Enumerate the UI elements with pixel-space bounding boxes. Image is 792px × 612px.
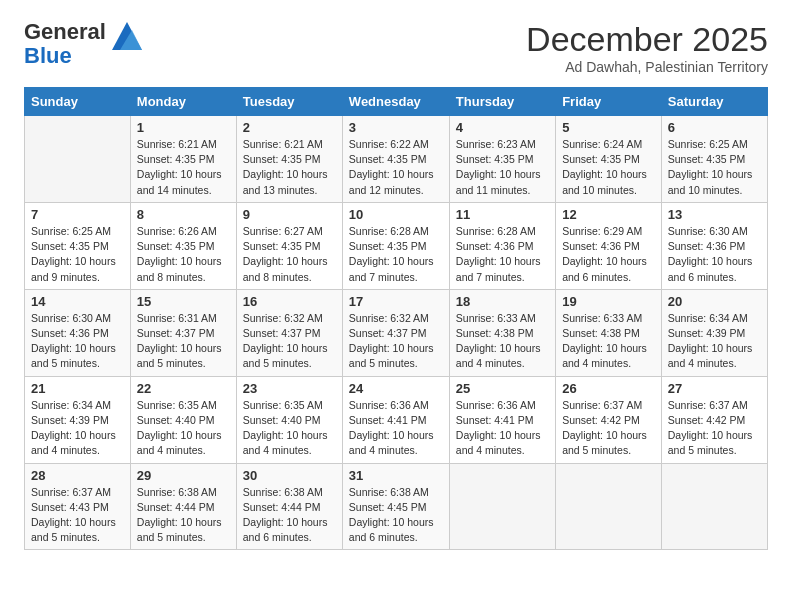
calendar-week-row: 7Sunrise: 6:25 AM Sunset: 4:35 PM Daylig…	[25, 202, 768, 289]
month-title: December 2025	[526, 20, 768, 59]
calendar-cell: 22Sunrise: 6:35 AM Sunset: 4:40 PM Dayli…	[130, 376, 236, 463]
calendar-week-row: 21Sunrise: 6:34 AM Sunset: 4:39 PM Dayli…	[25, 376, 768, 463]
day-info: Sunrise: 6:26 AM Sunset: 4:35 PM Dayligh…	[137, 224, 230, 285]
day-number: 24	[349, 381, 443, 396]
page-header: General Blue December 2025 Ad Dawhah, Pa…	[24, 20, 768, 75]
calendar-cell	[449, 463, 555, 550]
weekday-header-monday: Monday	[130, 88, 236, 116]
weekday-header-sunday: Sunday	[25, 88, 131, 116]
day-number: 22	[137, 381, 230, 396]
title-block: December 2025 Ad Dawhah, Palestinian Ter…	[526, 20, 768, 75]
day-number: 9	[243, 207, 336, 222]
day-info: Sunrise: 6:30 AM Sunset: 4:36 PM Dayligh…	[668, 224, 761, 285]
weekday-header-wednesday: Wednesday	[342, 88, 449, 116]
day-info: Sunrise: 6:25 AM Sunset: 4:35 PM Dayligh…	[31, 224, 124, 285]
calendar-cell: 9Sunrise: 6:27 AM Sunset: 4:35 PM Daylig…	[236, 202, 342, 289]
calendar-cell	[556, 463, 662, 550]
day-number: 8	[137, 207, 230, 222]
calendar-table: SundayMondayTuesdayWednesdayThursdayFrid…	[24, 87, 768, 550]
day-info: Sunrise: 6:35 AM Sunset: 4:40 PM Dayligh…	[137, 398, 230, 459]
day-number: 16	[243, 294, 336, 309]
day-number: 11	[456, 207, 549, 222]
day-number: 31	[349, 468, 443, 483]
day-info: Sunrise: 6:34 AM Sunset: 4:39 PM Dayligh…	[668, 311, 761, 372]
calendar-cell	[661, 463, 767, 550]
calendar-cell: 1Sunrise: 6:21 AM Sunset: 4:35 PM Daylig…	[130, 116, 236, 203]
day-number: 19	[562, 294, 655, 309]
day-number: 17	[349, 294, 443, 309]
day-number: 13	[668, 207, 761, 222]
day-number: 20	[668, 294, 761, 309]
day-number: 4	[456, 120, 549, 135]
day-info: Sunrise: 6:22 AM Sunset: 4:35 PM Dayligh…	[349, 137, 443, 198]
calendar-cell	[25, 116, 131, 203]
calendar-cell: 17Sunrise: 6:32 AM Sunset: 4:37 PM Dayli…	[342, 289, 449, 376]
day-number: 30	[243, 468, 336, 483]
day-info: Sunrise: 6:34 AM Sunset: 4:39 PM Dayligh…	[31, 398, 124, 459]
day-number: 23	[243, 381, 336, 396]
day-info: Sunrise: 6:21 AM Sunset: 4:35 PM Dayligh…	[137, 137, 230, 198]
calendar-cell: 8Sunrise: 6:26 AM Sunset: 4:35 PM Daylig…	[130, 202, 236, 289]
calendar-cell: 11Sunrise: 6:28 AM Sunset: 4:36 PM Dayli…	[449, 202, 555, 289]
day-number: 26	[562, 381, 655, 396]
day-info: Sunrise: 6:29 AM Sunset: 4:36 PM Dayligh…	[562, 224, 655, 285]
day-info: Sunrise: 6:37 AM Sunset: 4:42 PM Dayligh…	[562, 398, 655, 459]
calendar-cell: 24Sunrise: 6:36 AM Sunset: 4:41 PM Dayli…	[342, 376, 449, 463]
calendar-cell: 6Sunrise: 6:25 AM Sunset: 4:35 PM Daylig…	[661, 116, 767, 203]
location-subtitle: Ad Dawhah, Palestinian Territory	[526, 59, 768, 75]
calendar-cell: 19Sunrise: 6:33 AM Sunset: 4:38 PM Dayli…	[556, 289, 662, 376]
day-info: Sunrise: 6:27 AM Sunset: 4:35 PM Dayligh…	[243, 224, 336, 285]
day-number: 28	[31, 468, 124, 483]
calendar-cell: 21Sunrise: 6:34 AM Sunset: 4:39 PM Dayli…	[25, 376, 131, 463]
day-info: Sunrise: 6:33 AM Sunset: 4:38 PM Dayligh…	[562, 311, 655, 372]
calendar-cell: 26Sunrise: 6:37 AM Sunset: 4:42 PM Dayli…	[556, 376, 662, 463]
day-info: Sunrise: 6:37 AM Sunset: 4:42 PM Dayligh…	[668, 398, 761, 459]
day-number: 21	[31, 381, 124, 396]
day-info: Sunrise: 6:30 AM Sunset: 4:36 PM Dayligh…	[31, 311, 124, 372]
day-info: Sunrise: 6:24 AM Sunset: 4:35 PM Dayligh…	[562, 137, 655, 198]
calendar-cell: 20Sunrise: 6:34 AM Sunset: 4:39 PM Dayli…	[661, 289, 767, 376]
day-info: Sunrise: 6:28 AM Sunset: 4:36 PM Dayligh…	[456, 224, 549, 285]
weekday-header-saturday: Saturday	[661, 88, 767, 116]
day-info: Sunrise: 6:32 AM Sunset: 4:37 PM Dayligh…	[349, 311, 443, 372]
calendar-cell: 5Sunrise: 6:24 AM Sunset: 4:35 PM Daylig…	[556, 116, 662, 203]
day-info: Sunrise: 6:37 AM Sunset: 4:43 PM Dayligh…	[31, 485, 124, 546]
day-number: 27	[668, 381, 761, 396]
day-number: 18	[456, 294, 549, 309]
day-info: Sunrise: 6:38 AM Sunset: 4:44 PM Dayligh…	[243, 485, 336, 546]
calendar-cell: 23Sunrise: 6:35 AM Sunset: 4:40 PM Dayli…	[236, 376, 342, 463]
weekday-header-tuesday: Tuesday	[236, 88, 342, 116]
calendar-cell: 12Sunrise: 6:29 AM Sunset: 4:36 PM Dayli…	[556, 202, 662, 289]
calendar-cell: 14Sunrise: 6:30 AM Sunset: 4:36 PM Dayli…	[25, 289, 131, 376]
day-info: Sunrise: 6:21 AM Sunset: 4:35 PM Dayligh…	[243, 137, 336, 198]
day-info: Sunrise: 6:23 AM Sunset: 4:35 PM Dayligh…	[456, 137, 549, 198]
calendar-cell: 29Sunrise: 6:38 AM Sunset: 4:44 PM Dayli…	[130, 463, 236, 550]
calendar-week-row: 28Sunrise: 6:37 AM Sunset: 4:43 PM Dayli…	[25, 463, 768, 550]
day-number: 12	[562, 207, 655, 222]
day-info: Sunrise: 6:36 AM Sunset: 4:41 PM Dayligh…	[349, 398, 443, 459]
calendar-cell: 3Sunrise: 6:22 AM Sunset: 4:35 PM Daylig…	[342, 116, 449, 203]
calendar-cell: 25Sunrise: 6:36 AM Sunset: 4:41 PM Dayli…	[449, 376, 555, 463]
logo-icon	[112, 22, 142, 50]
day-number: 29	[137, 468, 230, 483]
day-number: 3	[349, 120, 443, 135]
calendar-week-row: 1Sunrise: 6:21 AM Sunset: 4:35 PM Daylig…	[25, 116, 768, 203]
day-number: 14	[31, 294, 124, 309]
day-number: 7	[31, 207, 124, 222]
day-info: Sunrise: 6:36 AM Sunset: 4:41 PM Dayligh…	[456, 398, 549, 459]
calendar-cell: 7Sunrise: 6:25 AM Sunset: 4:35 PM Daylig…	[25, 202, 131, 289]
calendar-cell: 15Sunrise: 6:31 AM Sunset: 4:37 PM Dayli…	[130, 289, 236, 376]
day-info: Sunrise: 6:33 AM Sunset: 4:38 PM Dayligh…	[456, 311, 549, 372]
day-info: Sunrise: 6:28 AM Sunset: 4:35 PM Dayligh…	[349, 224, 443, 285]
calendar-cell: 2Sunrise: 6:21 AM Sunset: 4:35 PM Daylig…	[236, 116, 342, 203]
calendar-header-row: SundayMondayTuesdayWednesdayThursdayFrid…	[25, 88, 768, 116]
day-number: 10	[349, 207, 443, 222]
day-info: Sunrise: 6:32 AM Sunset: 4:37 PM Dayligh…	[243, 311, 336, 372]
day-number: 2	[243, 120, 336, 135]
day-number: 25	[456, 381, 549, 396]
calendar-cell: 13Sunrise: 6:30 AM Sunset: 4:36 PM Dayli…	[661, 202, 767, 289]
day-number: 15	[137, 294, 230, 309]
day-number: 5	[562, 120, 655, 135]
weekday-header-thursday: Thursday	[449, 88, 555, 116]
calendar-cell: 28Sunrise: 6:37 AM Sunset: 4:43 PM Dayli…	[25, 463, 131, 550]
